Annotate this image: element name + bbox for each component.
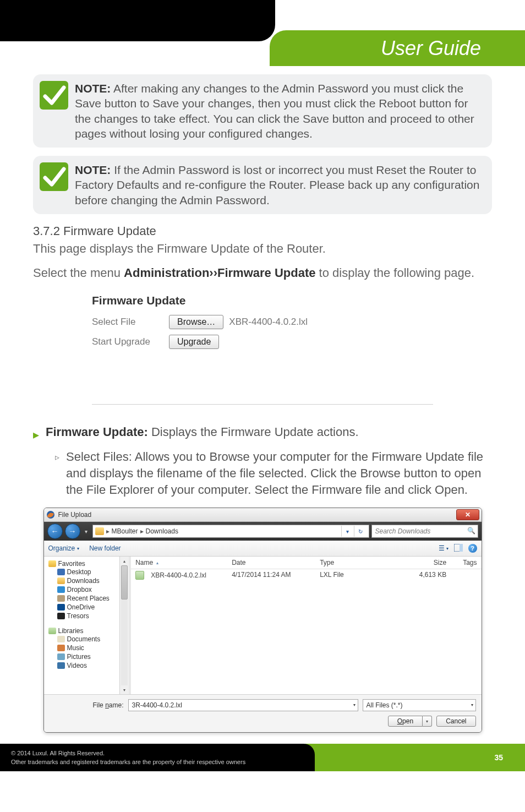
folder-icon	[95, 527, 104, 535]
nav-back-button[interactable]: ←	[47, 524, 63, 539]
refresh-icon[interactable]: ↻	[354, 526, 367, 537]
col-header-date[interactable]: Date	[232, 559, 320, 566]
address-dropdown-icon[interactable]: ▾	[341, 526, 354, 537]
libraries-header[interactable]: Libraries	[48, 627, 129, 635]
scroll-down-icon[interactable]: ▾	[120, 685, 129, 694]
sidebar-item-recent-places[interactable]: Recent Places	[48, 594, 129, 603]
breadcrumb-downloads[interactable]: Downloads	[146, 527, 178, 535]
file-size-cell: 4,613 KB	[386, 571, 446, 580]
select-file-row: Select File Browse… XBR-4400-4.0.2.lxl	[92, 315, 433, 329]
desktop-icon	[57, 569, 65, 575]
dialog-titlebar[interactable]: File Upload ✕	[44, 508, 482, 522]
sidebar-item-tresors[interactable]: Tresors	[48, 612, 129, 620]
open-button-main[interactable]: Open	[388, 716, 423, 727]
file-name-cell: XBR-4400-4.0.2.lxl	[135, 571, 232, 580]
nav-history-dropdown[interactable]: ▾	[83, 524, 90, 538]
column-headers: Name▴ Date Type Size Tags	[131, 557, 481, 569]
sidebar-item-onedrive[interactable]: OneDrive	[48, 603, 129, 612]
page-footer: © 2014 Luxul. All Rights Reserved. Other…	[0, 744, 525, 771]
sidebar-item-videos[interactable]: Videos	[48, 661, 129, 670]
breadcrumb-mboulter[interactable]: MBoulter	[112, 527, 138, 535]
sidebar-item-desktop[interactable]: Desktop	[48, 568, 129, 576]
star-icon	[48, 560, 56, 567]
scroll-thumb[interactable]	[121, 565, 128, 600]
open-accel: O	[397, 717, 402, 725]
bullet-select-files: ▹ Select Files: Allows you to Browse you…	[55, 449, 492, 498]
page-number: 35	[494, 753, 503, 762]
start-upgrade-row: Start Upgrade Upgrade	[92, 335, 433, 349]
cancel-button[interactable]: Cancel	[436, 716, 475, 727]
file-type-cell: LXL File	[320, 571, 386, 580]
selected-filename: XBR-4400-4.0.2.lxl	[229, 317, 308, 328]
libraries-label: Libraries	[58, 627, 84, 635]
dialog-title: File Upload	[58, 511, 92, 519]
sidebar-item-documents[interactable]: Documents	[48, 635, 129, 644]
chevron-down-icon[interactable]: ▾	[471, 702, 473, 707]
section-firmware-update: 3.7.2 Firmware Update This page displays…	[33, 224, 492, 405]
sidebar-label: Music	[67, 644, 84, 652]
scroll-up-icon[interactable]: ▴	[120, 557, 129, 565]
sidebar-item-pictures[interactable]: Pictures	[48, 652, 129, 661]
sidebar-item-dropbox[interactable]: Dropbox	[48, 585, 129, 594]
bullet-marker-icon: ▸	[33, 427, 39, 443]
sidebar-label: Downloads	[67, 577, 100, 585]
dialog-body: Favorites Desktop Downloads Dropbox Rece…	[44, 557, 482, 694]
col-header-type[interactable]: Type	[320, 559, 386, 566]
user-guide-title: User Guide	[381, 37, 481, 60]
bullet-text: Select Files: Allows you to Browse your …	[66, 449, 492, 498]
organize-button[interactable]: Organize ▾	[48, 544, 80, 552]
open-dropdown-icon[interactable]: ▾	[423, 716, 432, 727]
note-text: NOTE: After making any changes to the Ad…	[75, 81, 481, 141]
sidebar-item-music[interactable]: Music	[48, 644, 129, 652]
view-mode-button[interactable]: ☰ ▾	[439, 544, 449, 552]
filename-input[interactable]: 3R-4400-4.0.2.lxl ▾	[128, 699, 358, 711]
file-icon	[135, 571, 144, 580]
favorites-header[interactable]: Favorites	[48, 560, 129, 568]
preview-pane-button[interactable]	[454, 544, 463, 553]
music-icon	[57, 645, 65, 651]
page-header: User Guide	[0, 0, 525, 66]
libraries-group: Libraries Documents Music Pictures Video…	[48, 627, 129, 670]
browse-button[interactable]: Browse…	[169, 315, 223, 329]
sidebar-label: OneDrive	[67, 603, 95, 611]
sidebar-scrollbar[interactable]: ▴ ▾	[119, 557, 129, 694]
sidebar-label: Documents	[67, 635, 101, 643]
close-button[interactable]: ✕	[456, 509, 479, 520]
nav-forward-button[interactable]: →	[65, 524, 80, 539]
chevron-down-icon[interactable]: ▾	[353, 702, 356, 707]
open-button[interactable]: Open ▾	[388, 716, 432, 727]
bullet-strong: Select Files:	[66, 450, 132, 464]
header-black-bar	[0, 0, 275, 41]
bullet-body: Displays the Firmware Update actions.	[148, 425, 359, 439]
filename-row: File name: 3R-4400-4.0.2.lxl ▾ All Files…	[50, 699, 476, 711]
checkmark-icon	[40, 162, 68, 191]
search-input[interactable]: Search Downloads 🔍	[371, 525, 478, 538]
search-placeholder: Search Downloads	[375, 527, 431, 535]
note-body: If the Admin Password is lost or incorre…	[75, 164, 479, 206]
col-header-size[interactable]: Size	[386, 559, 446, 566]
file-row[interactable]: XBR-4400-4.0.2.lxl 4/17/2014 11:24 AM LX…	[131, 569, 481, 581]
help-button[interactable]: ?	[468, 544, 477, 553]
new-folder-button[interactable]: New folder	[89, 544, 121, 552]
file-listing: Name▴ Date Type Size Tags XBR-4400-4.0.2…	[131, 557, 481, 694]
upgrade-button[interactable]: Upgrade	[169, 335, 219, 349]
organize-label: Organize	[48, 544, 75, 552]
breadcrumb-sep-icon: ▸	[106, 527, 110, 535]
dropbox-icon	[57, 586, 65, 593]
sidebar-item-downloads[interactable]: Downloads	[48, 576, 129, 585]
col-header-tags[interactable]: Tags	[446, 559, 477, 566]
search-icon[interactable]: 🔍	[467, 527, 475, 535]
select-menu-bold: Administration››Firmware Update	[124, 266, 315, 280]
select-menu-post: to display the following page.	[315, 266, 474, 280]
trademark-line: Other trademarks and registered trademar…	[11, 758, 304, 766]
start-upgrade-label: Start Upgrade	[92, 336, 169, 347]
firmware-update-panel: Firmware Update Select File Browse… XBR-…	[92, 288, 433, 405]
filename-label-pre: File	[92, 701, 105, 709]
dialog-footer: File name: 3R-4400-4.0.2.lxl ▾ All Files…	[44, 694, 482, 732]
filetype-select[interactable]: All Files (*.*) ▾	[363, 699, 476, 711]
col-header-name[interactable]: Name▴	[135, 559, 232, 566]
note-body: After making any changes to the Admin Pa…	[75, 82, 474, 140]
address-bar-row: ← → ▾ ▸ MBoulter ▸ Downloads ▾ ↻ Search …	[44, 522, 482, 541]
address-bar[interactable]: ▸ MBoulter ▸ Downloads ▾ ↻	[92, 525, 369, 538]
sidebar-label: Pictures	[67, 653, 91, 661]
